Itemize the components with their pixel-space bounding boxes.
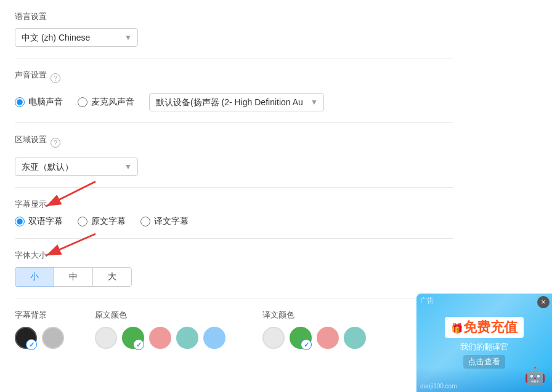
trans-color-green[interactable] <box>290 327 312 349</box>
device-select[interactable]: 默认设备(扬声器 (2- High Definition Au <box>149 93 324 111</box>
ad-panel: 广告 × 🎁免费充值 我们的翻译官 点击查看 🤖 danji100.com <box>416 294 552 392</box>
orig-color-blue[interactable] <box>203 327 225 349</box>
region-section-label: 区域设置 <box>15 134 47 145</box>
region-help-icon[interactable]: ? <box>51 138 60 148</box>
font-size-large-button[interactable]: 大 <box>92 267 132 287</box>
translated-radio[interactable] <box>140 217 150 226</box>
translated-color-circles <box>262 327 366 349</box>
bg-color-gray[interactable] <box>42 327 64 349</box>
orig-color-white[interactable] <box>95 327 117 349</box>
translated-color-group: 译文颜色 <box>262 310 366 349</box>
translated-label: 译文字幕 <box>154 216 189 227</box>
background-color-group: 字幕背景 <box>15 310 64 349</box>
ad-text1: 🎁免费充值 <box>445 317 524 338</box>
audio-radio-group: 电脑声音 麦克风声音 <box>15 97 134 108</box>
translated-color-label: 译文颜色 <box>262 310 366 321</box>
trans-color-pink[interactable] <box>317 327 339 349</box>
orig-color-green[interactable] <box>122 327 144 349</box>
font-size-section-label: 字体大小 <box>15 250 453 261</box>
background-color-circles <box>15 327 64 349</box>
orig-color-pink[interactable] <box>149 327 171 349</box>
bilingual-radio[interactable] <box>15 217 25 226</box>
audio-computer-option[interactable]: 电脑声音 <box>15 97 63 108</box>
audio-help-icon[interactable]: ? <box>51 73 60 83</box>
device-select-wrapper: 默认设备(扬声器 (2- High Definition Au ▼ <box>149 93 324 111</box>
language-select[interactable]: 中文 (zh) Chinese <box>15 28 138 47</box>
bg-color-black[interactable] <box>15 327 37 349</box>
audio-section-label: 声音设置 <box>15 70 47 81</box>
language-select-wrapper: 中文 (zh) Chinese ▼ <box>15 28 138 47</box>
original-color-group: 原文颜色 <box>95 310 225 349</box>
bilingual-label: 双语字幕 <box>28 216 63 227</box>
original-label: 原文字幕 <box>91 216 126 227</box>
font-size-medium-button[interactable]: 中 <box>54 267 92 287</box>
ad-text2: 我们的翻译官 <box>460 342 508 353</box>
original-color-label: 原文颜色 <box>95 310 225 321</box>
subtitle-section-label: 字幕显示 <box>15 199 453 210</box>
trans-color-white[interactable] <box>262 327 285 349</box>
bilingual-option[interactable]: 双语字幕 <box>15 216 63 227</box>
audio-computer-label: 电脑声音 <box>28 97 63 108</box>
trans-color-teal[interactable] <box>344 327 366 349</box>
language-section-label: 语言设置 <box>15 11 453 22</box>
ad-label: 广告 <box>420 296 434 305</box>
orig-color-teal[interactable] <box>176 327 198 349</box>
subtitle-radio-group: 双语字幕 原文字幕 译文字幕 <box>15 216 453 227</box>
audio-mic-option[interactable]: 麦克风声音 <box>78 97 134 108</box>
font-size-small-button[interactable]: 小 <box>15 267 54 287</box>
ad-close-button[interactable]: × <box>537 296 550 308</box>
original-option[interactable]: 原文字幕 <box>78 216 126 227</box>
audio-computer-radio[interactable] <box>15 97 25 107</box>
translated-option[interactable]: 译文字幕 <box>140 216 189 227</box>
audio-mic-label: 麦克风声音 <box>91 97 134 108</box>
background-color-label: 字幕背景 <box>15 310 64 321</box>
audio-mic-radio[interactable] <box>78 97 87 107</box>
ad-site: danji100.com <box>420 383 457 390</box>
region-select-wrapper: 东亚（默认） ▼ <box>15 158 138 176</box>
ad-text3[interactable]: 点击查看 <box>463 355 505 369</box>
font-size-buttons: 小 中 大 <box>15 267 453 287</box>
region-select[interactable]: 东亚（默认） <box>15 158 138 176</box>
original-radio[interactable] <box>78 217 87 226</box>
original-color-circles <box>95 327 225 349</box>
